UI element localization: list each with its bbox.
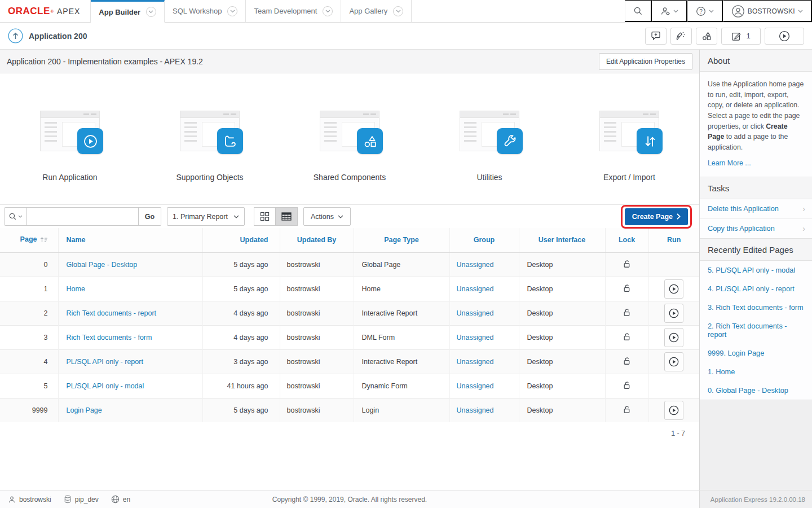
task-delete-this-application[interactable]: Delete this Application› xyxy=(700,199,812,219)
card-export-import[interactable]: Export / Import xyxy=(559,111,699,182)
report-view-button[interactable] xyxy=(276,207,298,226)
search-input[interactable] xyxy=(26,207,139,226)
page-name-link[interactable]: Global Page - Desktop xyxy=(67,261,138,269)
page-name-link[interactable]: PL/SQL API only - report xyxy=(67,358,143,366)
unlock-icon[interactable] xyxy=(622,283,632,293)
cell-run xyxy=(648,277,699,301)
unlock-icon[interactable] xyxy=(622,308,632,317)
oracle-brand: ORACLE xyxy=(8,6,50,17)
group-link[interactable]: Unassigned xyxy=(457,261,494,269)
recent-page-link[interactable]: 1. Home xyxy=(708,367,735,376)
recent-page-link[interactable]: 3. Rich Text documents - form xyxy=(708,303,804,312)
go-button[interactable]: Go xyxy=(139,207,161,226)
unlock-icon[interactable] xyxy=(622,405,632,414)
report-select[interactable]: 1. Primary Report xyxy=(167,207,245,226)
run-page-button[interactable] xyxy=(664,401,683,420)
recent-page-link[interactable]: 5. PL/SQL API only - modal xyxy=(708,266,795,274)
page-name-link[interactable]: Home xyxy=(67,285,85,293)
page-name-link[interactable]: PL/SQL API only - modal xyxy=(67,382,144,390)
tab-label: Team Development xyxy=(254,7,317,15)
chevron-down-icon[interactable] xyxy=(146,7,156,17)
tab-team-development[interactable]: Team Development xyxy=(246,0,341,22)
group-link[interactable]: Unassigned xyxy=(457,285,494,293)
recent-page-9999-login-page[interactable]: 9999. Login Page xyxy=(700,344,812,362)
card-label: Export / Import xyxy=(603,173,655,182)
cell-run xyxy=(648,398,699,422)
run-page-button[interactable] xyxy=(664,352,683,371)
account-menu-button[interactable]: BOSTROWSKI xyxy=(723,0,812,22)
cell-updated-by: bostrowski xyxy=(280,349,354,374)
search-button[interactable] xyxy=(625,0,652,22)
group-link[interactable]: Unassigned xyxy=(457,358,494,366)
recent-page-link[interactable]: 0. Global Page - Desktop xyxy=(708,386,788,395)
group-link[interactable]: Unassigned xyxy=(457,406,494,414)
run-page-button[interactable] xyxy=(664,279,683,299)
create-page-button[interactable]: Create Page xyxy=(625,208,688,225)
column-header-run[interactable]: Run xyxy=(648,228,699,252)
tab-app-builder[interactable]: App Builder xyxy=(91,0,165,23)
card-utilities[interactable]: Utilities xyxy=(420,111,559,182)
top-navigation-bar: ORACLE® APEX App BuilderSQL WorkshopTeam… xyxy=(0,0,812,23)
column-header-updated-by[interactable]: Updated By xyxy=(280,228,354,252)
application-action-cards: Run ApplicationSupporting ObjectsShared … xyxy=(0,73,699,204)
task-copy-this-application[interactable]: Copy this Application› xyxy=(700,219,812,238)
recent-page-0-global-page-desktop[interactable]: 0. Global Page - Desktop xyxy=(700,381,812,400)
search-column-selector[interactable] xyxy=(5,207,26,226)
oracle-apex-logo[interactable]: ORACLE® APEX xyxy=(0,0,91,22)
up-level-icon[interactable] xyxy=(8,28,23,43)
run-page-button[interactable] xyxy=(664,304,683,323)
recent-page-link[interactable]: 9999. Login Page xyxy=(708,349,764,357)
recent-page-link[interactable]: 2. Rich Text documents - report xyxy=(708,322,805,339)
help-menu-button[interactable]: ? xyxy=(687,0,723,22)
recent-page-4-pl-sql-api-only-report[interactable]: 4. PL/SQL API only - report xyxy=(700,279,812,298)
chevron-down-icon[interactable] xyxy=(227,6,237,16)
unlock-icon[interactable] xyxy=(622,356,632,366)
shared-components-button[interactable] xyxy=(696,28,717,45)
unlock-icon[interactable] xyxy=(622,259,632,269)
chevron-down-icon[interactable] xyxy=(323,6,333,16)
column-header-lock[interactable]: Lock xyxy=(605,228,648,252)
column-header-page[interactable]: Page xyxy=(0,228,58,252)
group-link[interactable]: Unassigned xyxy=(457,309,494,317)
recent-page-3-rich-text-documents-form[interactable]: 3. Rich Text documents - form xyxy=(700,298,812,317)
window-mockup xyxy=(40,111,100,151)
tab-app-gallery[interactable]: App Gallery xyxy=(341,0,412,22)
card-run-application[interactable]: Run Application xyxy=(0,111,140,182)
task-link[interactable]: Delete this Application xyxy=(708,204,779,213)
tab-sql-workshop[interactable]: SQL Workshop xyxy=(165,0,246,22)
column-header-user-interface[interactable]: User Interface xyxy=(519,228,605,252)
recent-page-2-rich-text-documents-report[interactable]: 2. Rich Text documents - report xyxy=(700,317,812,344)
administration-menu-button[interactable] xyxy=(652,0,687,22)
column-header-name[interactable]: Name xyxy=(58,228,202,252)
run-application-button[interactable] xyxy=(765,28,804,45)
chevron-down-icon[interactable] xyxy=(393,6,403,16)
run-page-button[interactable] xyxy=(664,328,683,347)
page-name-link[interactable]: Login Page xyxy=(67,406,102,414)
group-link[interactable]: Unassigned xyxy=(457,334,494,341)
recent-page-5-pl-sql-api-only-modal[interactable]: 5. PL/SQL API only - modal xyxy=(700,261,812,279)
column-header-page-type[interactable]: Page Type xyxy=(354,228,449,252)
task-link[interactable]: Copy this Application xyxy=(708,224,775,233)
breadcrumb: Application 200 xyxy=(8,28,87,43)
column-header-group[interactable]: Group xyxy=(449,228,519,252)
table-row: 9999Login Page5 days agobostrowskiLoginU… xyxy=(0,398,699,422)
feedback-button[interactable] xyxy=(645,28,667,45)
page-name-link[interactable]: Rich Text documents - report xyxy=(67,309,157,317)
learn-more-link[interactable]: Learn More ... xyxy=(708,158,751,169)
edit-application-properties-button[interactable]: Edit Application Properties xyxy=(599,53,692,70)
unlock-icon[interactable] xyxy=(622,380,632,390)
card-shared-components[interactable]: Shared Components xyxy=(280,111,420,182)
group-link[interactable]: Unassigned xyxy=(457,382,494,390)
recent-page-link[interactable]: 4. PL/SQL API only - report xyxy=(708,284,795,293)
cell-user-interface: Desktop xyxy=(519,349,605,374)
comment-plus-icon xyxy=(651,31,661,41)
card-supporting-objects[interactable]: Supporting Objects xyxy=(140,111,280,182)
edit-page-number-button[interactable]: 1 xyxy=(721,28,761,45)
recent-page-1-home[interactable]: 1. Home xyxy=(700,362,812,381)
unlock-icon[interactable] xyxy=(622,332,632,341)
page-name-link[interactable]: Rich Text documents - form xyxy=(67,334,152,341)
column-header-updated[interactable]: Updated xyxy=(202,228,280,252)
actions-menu-button[interactable]: Actions xyxy=(303,207,351,226)
advisor-flashlight-button[interactable] xyxy=(670,28,692,45)
icon-view-button[interactable] xyxy=(254,207,276,226)
